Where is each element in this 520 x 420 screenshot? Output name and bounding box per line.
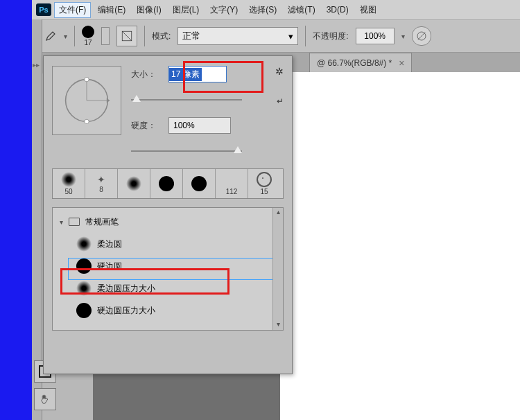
hard-round-icon	[76, 259, 92, 274]
blend-mode-value: 正常	[182, 30, 200, 42]
soft-round-icon	[76, 281, 92, 296]
menu-type[interactable]: 文字(Y)	[206, 3, 242, 17]
brush-size-slider[interactable]	[131, 95, 242, 105]
brush-preset-thumb[interactable]: 17	[82, 26, 94, 46]
blend-mode-select[interactable]: 正常 ▾	[177, 27, 298, 45]
brush-folder-label: 常规画笔	[85, 216, 119, 228]
tree-scrollbar[interactable]: ▴ ▾	[272, 208, 283, 330]
svg-point-6	[85, 119, 89, 123]
hand-tool[interactable]	[34, 388, 56, 410]
brush-panel-toggle-icon[interactable]	[116, 26, 137, 46]
menu-filter[interactable]: 滤镜(T)	[284, 3, 319, 17]
brush-item-label: 柔边圆	[97, 238, 122, 250]
menu-select[interactable]: 选择(S)	[245, 3, 281, 17]
opacity-value: 100%	[364, 31, 385, 41]
brush-folder[interactable]: ▾ 常规画笔	[53, 211, 283, 233]
brush-preset-popover: ✲ ↵ 大小： 17 像素 硬度：	[43, 55, 293, 374]
svg-marker-7	[107, 98, 110, 103]
brush-hardness-value: 100%	[173, 121, 195, 130]
target-brush-icon	[257, 172, 272, 187]
separator	[305, 26, 306, 46]
spray-brush-icon: ✦	[97, 174, 105, 185]
pressure-opacity-toggle[interactable]	[412, 26, 431, 46]
brush-quick-swatches: 50 ✦ 8 112 15	[52, 168, 284, 199]
swatch-hard2[interactable]	[183, 169, 216, 198]
scroll-down-icon[interactable]: ▾	[273, 320, 283, 330]
hard-round-icon	[76, 303, 92, 318]
menu-layer[interactable]: 图层(L)	[168, 3, 204, 17]
brush-size-input[interactable]: 17 像素	[168, 66, 227, 82]
mode-label: 模式:	[152, 30, 171, 42]
soft-brush-icon	[61, 172, 76, 187]
chevron-down-icon: ▾	[60, 218, 63, 226]
opacity-label: 不透明度:	[313, 30, 348, 42]
menu-image[interactable]: 图像(I)	[132, 3, 165, 17]
texture-brush-icon	[224, 172, 239, 187]
swatch-soft[interactable]	[118, 169, 150, 198]
hard-brush-icon	[191, 176, 207, 191]
svg-point-5	[85, 77, 89, 81]
brush-item-soft-pressure[interactable]: 柔边圆压力大小	[53, 277, 283, 299]
swatch-target-15[interactable]: 15	[248, 169, 280, 198]
brush-dot-icon	[82, 26, 94, 38]
options-bar: ▾ 17 模式: 正常 ▾ 不透明度: 100% ▾	[32, 20, 520, 53]
brush-hardness-input[interactable]: 100%	[168, 117, 231, 134]
app-logo: Ps	[36, 3, 51, 16]
menu-3d[interactable]: 3D(D)	[322, 3, 353, 16]
flyout-icon[interactable]: ↵	[277, 96, 284, 106]
brush-item-label: 柔边圆压力大小	[97, 283, 155, 295]
gear-icon[interactable]: ✲	[275, 66, 284, 77]
swatch-texture-112[interactable]: 112	[216, 169, 248, 198]
document-tab[interactable]: @ 66.7%(RGB/8#) * ×	[309, 53, 412, 73]
brush-item-hard-pressure[interactable]: 硬边圆压力大小	[53, 299, 283, 322]
separator	[144, 26, 145, 46]
close-icon[interactable]: ×	[399, 58, 404, 69]
hardness-label: 硬度：	[131, 120, 163, 132]
swatch-hard[interactable]	[150, 169, 183, 198]
scroll-up-icon[interactable]: ▴	[273, 208, 283, 218]
menu-file[interactable]: 文件(F)	[54, 2, 91, 18]
brush-item-soft-round[interactable]: 柔边圆	[53, 233, 283, 255]
folder-icon	[69, 218, 80, 226]
brush-item-label: 硬边圆压力大小	[97, 305, 155, 317]
size-label: 大小：	[131, 69, 163, 80]
menu-view[interactable]: 视图	[356, 3, 381, 17]
soft-brush-icon	[126, 176, 141, 191]
brush-size-value: 17 像素	[169, 68, 202, 81]
brush-tool-icon[interactable]	[44, 30, 57, 42]
brush-tree: ▾ 常规画笔 柔边圆 硬边圆 柔边圆压力大小 硬边圆压力大小	[52, 207, 284, 331]
swatch-soft-50[interactable]: 50	[53, 169, 85, 198]
hard-brush-icon	[159, 176, 174, 191]
opacity-dropdown-icon[interactable]: ▾	[401, 33, 405, 40]
menu-edit[interactable]: 编辑(E)	[94, 3, 130, 17]
swatch-spray-8[interactable]: ✦ 8	[85, 169, 118, 198]
separator	[74, 26, 75, 46]
menubar: Ps 文件(F) 编辑(E) 图像(I) 图层(L) 文字(Y) 选择(S) 滤…	[32, 0, 520, 20]
brush-item-label: 硬边圆	[97, 261, 122, 272]
tool-dropdown-icon[interactable]: ▾	[64, 33, 67, 40]
soft-round-icon	[76, 236, 92, 252]
brush-size-readout: 17	[84, 39, 92, 46]
chevron-down-icon: ▾	[288, 31, 293, 42]
expand-icon: ▸▸	[33, 61, 40, 69]
document-tab-title: @ 66.7%(RGB/8#) *	[317, 58, 392, 68]
brush-item-hard-round[interactable]: 硬边圆	[53, 255, 283, 277]
brush-angle-control[interactable]	[52, 66, 121, 135]
brush-preset-dropdown[interactable]	[101, 27, 110, 45]
canvas[interactable]	[280, 72, 520, 420]
brush-hardness-slider[interactable]	[131, 146, 242, 156]
opacity-input[interactable]: 100%	[356, 28, 395, 44]
